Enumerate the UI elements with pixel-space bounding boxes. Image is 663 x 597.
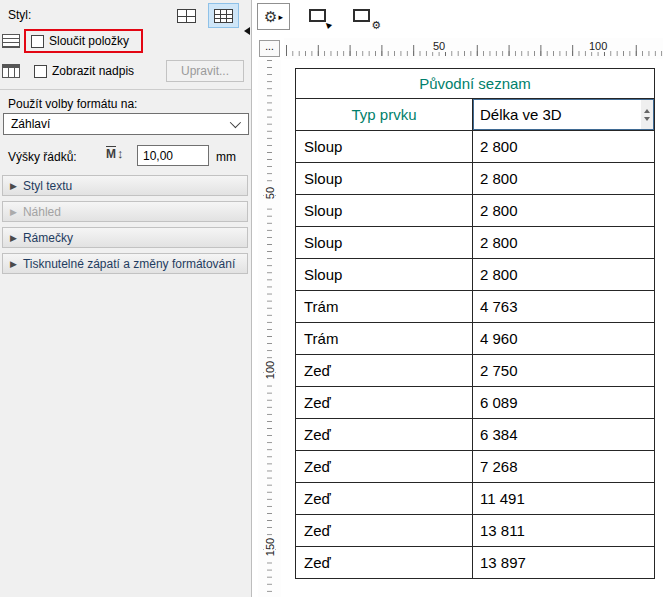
cell-length[interactable]: 2 800 — [473, 163, 655, 195]
table-row: Sloup2 800 — [296, 259, 655, 291]
cell-type[interactable]: Sloup — [296, 195, 473, 227]
edit-button[interactable]: Upravit... — [166, 60, 244, 82]
view-toggle-group — [171, 3, 239, 28]
settings-gear-button[interactable]: ⚙ ▸ — [257, 3, 290, 30]
section-label: Styl textu — [23, 179, 72, 193]
cell-type[interactable]: Sloup — [296, 259, 473, 291]
table-title[interactable]: Původní seznam — [296, 69, 655, 99]
table-row: Trám4 960 — [296, 323, 655, 355]
ruler-major-ticks — [263, 60, 276, 597]
flyout-arrow-icon: ▸ — [278, 12, 283, 22]
show-heading-row: Zobrazit nadpis Upravit... — [2, 60, 244, 82]
cell-length[interactable]: 4 960 — [473, 323, 655, 355]
cell-type[interactable]: Sloup — [296, 227, 473, 259]
table-settings-button[interactable]: ⚙ — [353, 8, 379, 26]
show-heading-icon — [2, 64, 20, 78]
cell-type[interactable]: Sloup — [296, 163, 473, 195]
cell-type[interactable]: Zeď — [296, 547, 473, 579]
ruler-corner-button[interactable]: ... — [259, 40, 280, 57]
cell-length[interactable]: 2 800 — [473, 131, 655, 163]
small-grid-icon — [214, 9, 233, 23]
cell-length[interactable]: 13 811 — [473, 515, 655, 547]
format-options-panel: Styl: Sloučit položky Zobrazit nadpis Up… — [0, 0, 252, 597]
merge-items-checkbox[interactable] — [31, 35, 44, 48]
pick-arrow-icon: ▲ — [321, 18, 335, 32]
table-row: Zeď13 811 — [296, 515, 655, 547]
table-row: Sloup2 800 — [296, 195, 655, 227]
cell-type[interactable]: Zeď — [296, 355, 473, 387]
section-borders[interactable]: ▶ Rámečky — [2, 227, 248, 248]
cell-length[interactable]: 2 800 — [473, 227, 655, 259]
section-text-style[interactable]: ▶ Styl textu — [2, 175, 248, 196]
apply-format-dropdown[interactable]: Záhlaví — [3, 113, 249, 135]
cell-type[interactable]: Zeď — [296, 387, 473, 419]
table-row: Zeď11 491 — [296, 483, 655, 515]
column-header-label: Délka ve 3D — [480, 106, 562, 123]
table-row: Sloup2 800 — [296, 131, 655, 163]
table-row: Zeď6 089 — [296, 387, 655, 419]
settings-gear-icon: ⚙ — [264, 9, 277, 24]
cell-type[interactable]: Trám — [296, 323, 473, 355]
row-height-input[interactable] — [137, 145, 209, 166]
cell-type[interactable]: Zeď — [296, 451, 473, 483]
cell-type[interactable]: Zeď — [296, 483, 473, 515]
cell-length[interactable]: 4 763 — [473, 291, 655, 323]
cell-length[interactable]: 6 089 — [473, 387, 655, 419]
cell-type[interactable]: Sloup — [296, 131, 473, 163]
table-row: Zeď6 384 — [296, 419, 655, 451]
cell-type[interactable]: Zeď — [296, 419, 473, 451]
accordion-sections: ▶ Styl textu ▶ Náhled ▶ Rámečky ▶ Tisknu… — [2, 175, 248, 279]
cell-length[interactable]: 2 750 — [473, 355, 655, 387]
show-heading-checkbox[interactable] — [34, 65, 47, 78]
column-spinner[interactable] — [641, 100, 653, 129]
row-height-measure-icon: M↕ — [106, 146, 124, 161]
ruler-label: 100 — [264, 360, 276, 381]
large-grid-view-button[interactable] — [171, 3, 202, 28]
schedule-preview-table: Původní seznam Typ prvku Délka ve 3D Slo… — [295, 68, 655, 579]
section-label: Tisknutelné zápatí a změny formátování — [23, 257, 235, 271]
schedule-format-window: Styl: Sloučit položky Zobrazit nadpis Up… — [0, 0, 663, 597]
cell-type[interactable]: Trám — [296, 291, 473, 323]
table-rect-icon — [353, 9, 370, 22]
apply-format-value: Záhlaví — [11, 117, 50, 131]
table-row: Sloup2 800 — [296, 163, 655, 195]
panel-collapse-arrow[interactable] — [244, 27, 250, 35]
small-grid-view-button[interactable] — [208, 3, 239, 28]
table-title-row: Původní seznam — [296, 69, 655, 99]
cell-length[interactable]: 13 897 — [473, 547, 655, 579]
table-row: Zeď2 750 — [296, 355, 655, 387]
section-printable-footer[interactable]: ▶ Tisknutelné zápatí a změny formátování — [2, 253, 248, 274]
merge-items-row: Sloučit položky — [2, 29, 143, 53]
row-heights-label: Výšky řádků: — [8, 150, 77, 164]
pick-cell-button[interactable]: ▲ — [309, 8, 333, 26]
highlight-annotation: Sloučit položky — [24, 29, 143, 53]
spinner-down-icon — [644, 117, 650, 121]
large-grid-icon — [177, 9, 196, 23]
table-row: Zeď13 897 — [296, 547, 655, 579]
cell-length[interactable]: 7 268 — [473, 451, 655, 483]
table-row: Sloup2 800 — [296, 227, 655, 259]
horizontal-ruler: 50 100 — [284, 38, 663, 59]
cell-length[interactable]: 6 384 — [473, 419, 655, 451]
expand-arrow-icon: ▶ — [10, 233, 17, 243]
divider — [0, 89, 251, 90]
row-height-unit: mm — [216, 150, 236, 164]
vertical-ruler: 50 100 150 — [258, 60, 281, 597]
column-header-length[interactable]: Délka ve 3D — [473, 99, 655, 131]
merge-items-label[interactable]: Sloučit položky — [49, 34, 129, 48]
cell-length[interactable]: 11 491 — [473, 483, 655, 515]
style-label: Styl: — [8, 8, 31, 22]
apply-format-label: Použít volby formátu na: — [8, 97, 137, 111]
expand-arrow-icon: ▶ — [10, 181, 17, 191]
cell-length[interactable]: 2 800 — [473, 259, 655, 291]
cell-length[interactable]: 2 800 — [473, 195, 655, 227]
table-row: Trám4 763 — [296, 291, 655, 323]
expand-arrow-icon: ▶ — [10, 207, 17, 217]
ruler-label: 100 — [587, 40, 609, 52]
ruler-label: 50 — [264, 183, 276, 204]
show-heading-label[interactable]: Zobrazit nadpis — [52, 64, 134, 78]
chevron-down-icon — [230, 117, 241, 128]
column-header-type[interactable]: Typ prvku — [296, 99, 473, 131]
section-label: Rámečky — [23, 231, 73, 245]
cell-type[interactable]: Zeď — [296, 515, 473, 547]
